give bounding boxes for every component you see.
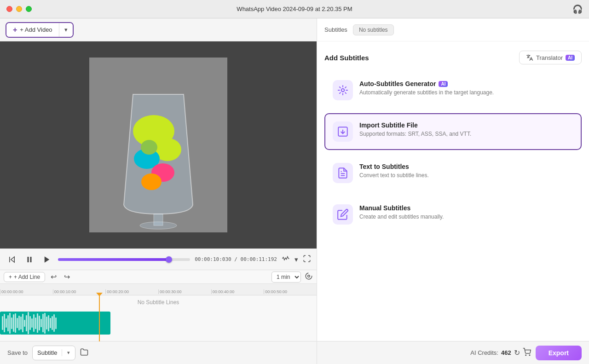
- wave-bar: [22, 314, 23, 332]
- ruler-mark-3: 00:00:30:00: [158, 289, 211, 294]
- plus-icon: +: [9, 274, 12, 280]
- refresh-button[interactable]: ↻: [514, 348, 520, 357]
- manual-subtitles-content: Manual Subtitles Create and edit subtitl…: [359, 204, 573, 220]
- svg-marker-13: [45, 256, 50, 263]
- svg-point-9: [140, 222, 177, 229]
- wave-bar: [26, 315, 27, 331]
- wave-bar: [55, 318, 57, 329]
- wave-bar: [37, 313, 38, 333]
- wave-bar: [40, 319, 42, 327]
- window-controls: [6, 6, 32, 12]
- svg-point-15: [341, 89, 345, 92]
- credits-count: 462: [501, 349, 511, 356]
- auto-subtitles-icon: [333, 80, 353, 100]
- video-frame: [0, 41, 317, 248]
- svg-point-14: [308, 275, 310, 277]
- auto-subtitles-desc: Automatically generate subtitles in the …: [359, 89, 573, 96]
- wave-bar: [24, 320, 25, 327]
- save-select-arrow[interactable]: ▾: [62, 350, 75, 356]
- wave-bar: [53, 314, 55, 332]
- window-title: WhatsApp Video 2024-09-09 at 2.20.35 PM: [237, 6, 352, 12]
- wave-bar: [9, 313, 11, 334]
- no-subtitles-badge[interactable]: No subtitles: [353, 24, 394, 35]
- wave-bar: [15, 313, 16, 333]
- left-panel: + + Add Video ▾: [0, 18, 317, 364]
- svg-point-7: [141, 140, 157, 155]
- translator-label: Translator: [536, 54, 563, 61]
- folder-button[interactable]: [80, 348, 88, 358]
- export-button[interactable]: Export: [536, 346, 582, 360]
- waveform-button[interactable]: [282, 254, 290, 264]
- import-subtitle-content: Import Subtitle File Supported formats: …: [359, 121, 573, 137]
- cart-button[interactable]: [523, 348, 531, 358]
- wave-bar: [48, 315, 49, 331]
- add-line-label: + Add Line: [14, 274, 40, 280]
- manual-subtitles-option[interactable]: Manual Subtitles Create and edit subtitl…: [324, 196, 582, 233]
- close-button[interactable]: [6, 6, 12, 12]
- add-line-button[interactable]: + + Add Line: [4, 272, 45, 282]
- import-subtitle-option[interactable]: Import Subtitle File Supported formats: …: [324, 113, 582, 150]
- text-to-subtitles-option[interactable]: Text to Subtitles Convert text to subtit…: [324, 155, 582, 191]
- import-subtitle-desc: Supported formats: SRT, ASS, SSA, and VT…: [359, 131, 573, 137]
- plus-icon: +: [13, 26, 17, 34]
- screenshot-button[interactable]: [305, 272, 313, 282]
- waveform-dropdown[interactable]: ▾: [294, 255, 298, 264]
- playhead-triangle: [96, 293, 103, 296]
- bottom-bar-right: AI Credits: 462 ↻ Export: [317, 341, 589, 364]
- wave-bar: [44, 313, 46, 334]
- import-subtitle-icon: [333, 121, 353, 142]
- time-separator: /: [234, 256, 240, 262]
- subtitles-tab-label: Subtitles: [324, 26, 347, 33]
- wave-bar: [50, 318, 51, 329]
- svg-point-19: [525, 355, 526, 356]
- skip-back-button[interactable]: [6, 253, 18, 266]
- undo-button[interactable]: ↩: [49, 271, 58, 283]
- auto-subtitles-content: Auto-Subtitles Generator AI Automaticall…: [359, 80, 573, 96]
- ai-credits: AI Credits: 462 ↻: [470, 348, 531, 358]
- translator-button[interactable]: Translator AI: [519, 51, 582, 64]
- video-player: [0, 41, 317, 248]
- wave-bar: [28, 312, 29, 334]
- text-to-subtitles-icon: [333, 163, 353, 183]
- maximize-button[interactable]: [26, 6, 32, 12]
- save-select-value: Subtitle: [33, 349, 62, 356]
- text-to-subtitles-content: Text to Subtitles Convert text to subtit…: [359, 163, 573, 179]
- playhead[interactable]: [99, 295, 100, 341]
- wave-bar: [46, 317, 47, 329]
- wave-bar: [6, 318, 7, 328]
- svg-point-5: [141, 173, 162, 190]
- add-video-main-button[interactable]: + + Add Video: [6, 23, 59, 37]
- current-time: 00:00:10:030: [195, 256, 231, 262]
- timeline-area: + + Add Line ↩ ↪ 1 min 5 min: [0, 270, 317, 341]
- play-button[interactable]: [40, 253, 53, 266]
- duration-select[interactable]: 1 min 5 min: [271, 272, 301, 283]
- auto-subtitles-option[interactable]: Auto-Subtitles Generator AI Automaticall…: [324, 72, 582, 109]
- translator-ai-badge: AI: [566, 55, 575, 61]
- wave-bar: [31, 318, 33, 328]
- wave-bar: [11, 318, 12, 329]
- add-video-dropdown-button[interactable]: ▾: [59, 23, 73, 37]
- ai-credits-label: AI Credits:: [470, 349, 498, 356]
- wave-bar: [18, 316, 20, 331]
- progress-thumb[interactable]: [166, 256, 172, 263]
- bottom-bar-left: Save to Subtitle ▾: [0, 341, 317, 364]
- waveform-visual: [0, 312, 110, 335]
- audio-track: [0, 312, 110, 335]
- redo-button[interactable]: ↪: [62, 271, 72, 283]
- pause-button[interactable]: [23, 253, 36, 266]
- text-to-subtitles-title: Text to Subtitles: [359, 163, 573, 170]
- svg-rect-12: [30, 257, 32, 262]
- right-panel: Subtitles No subtitles Add Subtitles Tra…: [317, 18, 589, 364]
- time-display: 00:00:10:030 / 00:00:11:192: [195, 256, 277, 262]
- video-content: [89, 58, 227, 232]
- svg-point-20: [529, 355, 530, 356]
- translator-icon: [526, 54, 533, 61]
- progress-bar[interactable]: [58, 258, 190, 261]
- wave-bar: [39, 316, 40, 331]
- fullscreen-button[interactable]: [303, 254, 311, 264]
- wave-bar: [13, 314, 14, 332]
- wave-bar: [17, 318, 18, 329]
- minimize-button[interactable]: [16, 6, 22, 12]
- save-select-group: Subtitle ▾: [32, 346, 75, 360]
- ruler-mark-0: 00:00:00:00: [0, 289, 53, 294]
